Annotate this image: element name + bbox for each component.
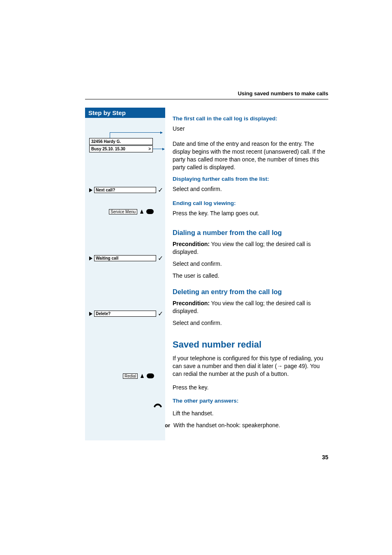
subheading-ending-viewing: Ending call log viewing: [173, 200, 328, 207]
key-service-menu: Service Menu [109, 209, 154, 214]
text-redial-intro: If your telephone is configured for this… [173, 355, 328, 378]
display-arrow-icon: > [148, 147, 151, 151]
heading-deleting: Deleting an entry from the call log [173, 287, 328, 296]
triangle-right-icon [89, 312, 92, 316]
connector-arrow-icon [110, 132, 162, 133]
handset-icon [153, 403, 163, 408]
page-number: 35 [322, 454, 328, 461]
triangle-right-icon [89, 256, 92, 260]
display-line-1: 32456 Hardy G. [89, 138, 153, 145]
or-row: or With the handset on-hook: speakerphon… [163, 421, 328, 429]
display-line-2: Busy 25.10. 15.30 > [89, 145, 153, 152]
key-button-icon [146, 209, 154, 214]
text-speakerphone: With the handset on-hook: speakerphone. [173, 421, 280, 429]
text-lift-handset: Lift the handset. [173, 410, 328, 417]
lamp-icon [139, 373, 145, 379]
triangle-right-icon [89, 188, 92, 192]
arrow-right-icon: → [277, 363, 283, 369]
text-select-confirm-1: Select and confirm. [173, 185, 328, 193]
text-user: User [173, 125, 328, 133]
heading-dialing: Dialing a number from the call log [173, 228, 328, 237]
option-next-call-label: Next call? [94, 187, 156, 193]
option-delete: Delete? ✓ [89, 310, 163, 318]
display-line-2-text: Busy 25.10. 15.30 [91, 147, 125, 151]
text-precondition-1: Precondition: You view the call log; the… [173, 240, 328, 256]
text-precondition-2: Precondition: You view the call log; the… [173, 299, 328, 315]
option-next-call: Next call? ✓ [89, 186, 163, 194]
text-press-key-lamp: Press the key. The lamp goes out. [173, 210, 328, 217]
step-sidebar: Step by Step 32456 Hardy G. Busy 25.10. … [85, 108, 165, 440]
lamp-icon [139, 209, 145, 214]
step-sidebar-title: Step by Step [85, 108, 165, 118]
checkmark-icon: ✓ [158, 310, 163, 318]
option-delete-label: Delete? [94, 311, 156, 317]
connector-line [110, 132, 111, 138]
main-content: The first call in the call log is displa… [173, 108, 328, 440]
connector-arrow-icon [153, 149, 164, 150]
text-select-confirm-2: Select and confirm. [173, 260, 328, 268]
precondition-label: Precondition: [173, 241, 210, 247]
key-service-menu-label: Service Menu [109, 209, 137, 214]
option-waiting-call-label: Waiting call [94, 255, 156, 261]
text-press-key: Press the key. [173, 384, 328, 391]
option-waiting-call: Waiting call ✓ [89, 254, 163, 262]
checkmark-icon: ✓ [158, 186, 163, 194]
text-select-confirm-3: Select and confirm. [173, 319, 328, 327]
heading-saved-redial: Saved number redial [173, 339, 328, 351]
text-date-reason: Date and time of the entry and reason fo… [173, 140, 328, 171]
text-user-called: The user is called. [173, 272, 328, 280]
key-button-icon [147, 373, 154, 378]
subheading-further-calls: Displaying further calls from the list: [173, 175, 328, 183]
subheading-first-call: The first call in the call log is displa… [173, 115, 328, 122]
subheading-other-party: The other party answers: [173, 397, 328, 405]
key-redial: Redial [123, 373, 154, 379]
checkmark-icon: ✓ [158, 254, 163, 262]
precondition-label: Precondition: [173, 300, 210, 306]
running-header: Using saved numbers to make calls [85, 90, 328, 99]
key-redial-label: Redial [123, 373, 138, 379]
